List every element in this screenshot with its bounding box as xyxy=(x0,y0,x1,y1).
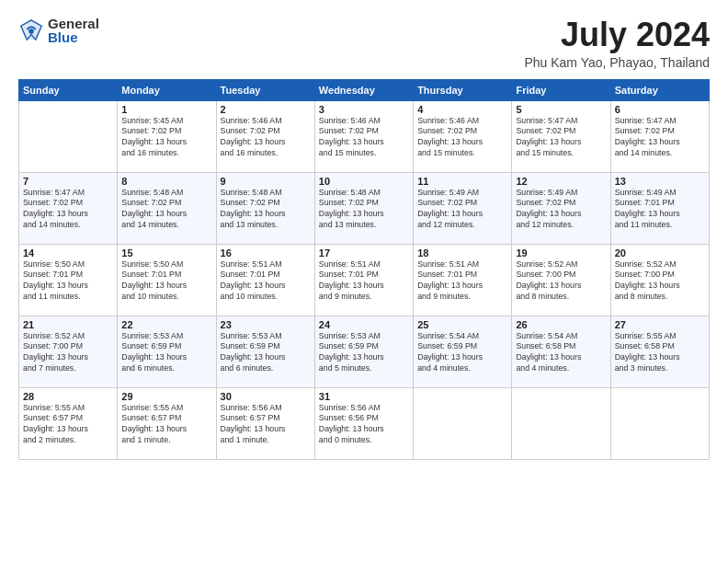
day-number: 21 xyxy=(23,319,113,330)
calendar-header-monday: Monday xyxy=(118,79,216,100)
calendar-cell: 31Sunrise: 5:56 AM Sunset: 6:56 PM Dayli… xyxy=(314,387,413,459)
calendar-header-friday: Friday xyxy=(512,79,610,100)
calendar-cell: 22Sunrise: 5:53 AM Sunset: 6:59 PM Dayli… xyxy=(118,316,216,387)
calendar-header-wednesday: Wednesday xyxy=(314,79,413,100)
calendar-cell: 18Sunrise: 5:51 AM Sunset: 7:01 PM Dayli… xyxy=(414,244,512,316)
calendar-cell: 1Sunrise: 5:45 AM Sunset: 7:02 PM Daylig… xyxy=(118,100,216,172)
calendar-cell: 2Sunrise: 5:46 AM Sunset: 7:02 PM Daylig… xyxy=(216,100,314,172)
day-info: Sunrise: 5:56 AM Sunset: 6:57 PM Dayligh… xyxy=(221,403,311,447)
calendar-cell: 3Sunrise: 5:46 AM Sunset: 7:02 PM Daylig… xyxy=(314,100,413,172)
calendar-cell: 9Sunrise: 5:48 AM Sunset: 7:02 PM Daylig… xyxy=(216,172,314,244)
month-title: July 2024 xyxy=(524,17,710,53)
day-number: 16 xyxy=(221,247,311,259)
day-info: Sunrise: 5:55 AM Sunset: 6:57 PM Dayligh… xyxy=(23,403,113,447)
day-number: 12 xyxy=(516,176,606,187)
logo: General Blue xyxy=(18,17,99,44)
day-info: Sunrise: 5:50 AM Sunset: 7:01 PM Dayligh… xyxy=(23,259,113,304)
calendar-header-thursday: Thursday xyxy=(414,79,512,100)
day-info: Sunrise: 5:46 AM Sunset: 7:02 PM Dayligh… xyxy=(221,116,311,160)
day-info: Sunrise: 5:46 AM Sunset: 7:02 PM Dayligh… xyxy=(417,116,507,160)
day-number: 3 xyxy=(319,104,409,115)
day-number: 22 xyxy=(121,319,211,330)
day-info: Sunrise: 5:50 AM Sunset: 7:01 PM Dayligh… xyxy=(121,259,211,304)
day-number: 26 xyxy=(516,319,606,330)
day-info: Sunrise: 5:52 AM Sunset: 7:00 PM Dayligh… xyxy=(23,331,113,375)
calendar-cell: 4Sunrise: 5:46 AM Sunset: 7:02 PM Daylig… xyxy=(414,100,512,172)
calendar-cell xyxy=(610,387,709,459)
day-info: Sunrise: 5:47 AM Sunset: 7:02 PM Dayligh… xyxy=(516,116,606,160)
calendar-cell: 14Sunrise: 5:50 AM Sunset: 7:01 PM Dayli… xyxy=(19,244,118,316)
day-info: Sunrise: 5:55 AM Sunset: 6:58 PM Dayligh… xyxy=(615,331,705,375)
day-info: Sunrise: 5:56 AM Sunset: 6:56 PM Dayligh… xyxy=(319,403,409,447)
day-number: 1 xyxy=(121,104,211,115)
day-number: 28 xyxy=(23,391,113,402)
calendar-cell: 12Sunrise: 5:49 AM Sunset: 7:02 PM Dayli… xyxy=(512,172,610,244)
calendar-cell: 5Sunrise: 5:47 AM Sunset: 7:02 PM Daylig… xyxy=(512,100,610,172)
calendar-cell: 26Sunrise: 5:54 AM Sunset: 6:58 PM Dayli… xyxy=(512,316,610,387)
day-number: 30 xyxy=(221,391,311,402)
day-info: Sunrise: 5:48 AM Sunset: 7:02 PM Dayligh… xyxy=(121,188,211,232)
calendar-header-saturday: Saturday xyxy=(610,79,709,100)
calendar-cell: 8Sunrise: 5:48 AM Sunset: 7:02 PM Daylig… xyxy=(118,172,216,244)
day-number: 18 xyxy=(417,247,507,259)
day-number: 9 xyxy=(221,176,311,187)
day-number: 11 xyxy=(417,176,507,187)
day-number: 24 xyxy=(319,319,409,330)
day-info: Sunrise: 5:53 AM Sunset: 6:59 PM Dayligh… xyxy=(221,331,311,375)
calendar-cell xyxy=(414,387,512,459)
title-section: July 2024 Phu Kam Yao, Phayao, Thailand xyxy=(524,17,710,70)
logo-icon xyxy=(18,17,44,43)
day-info: Sunrise: 5:52 AM Sunset: 7:00 PM Dayligh… xyxy=(615,259,705,304)
day-number: 19 xyxy=(516,247,606,259)
day-number: 4 xyxy=(417,104,507,115)
calendar-cell: 16Sunrise: 5:51 AM Sunset: 7:01 PM Dayli… xyxy=(216,244,314,316)
calendar-header-tuesday: Tuesday xyxy=(216,79,314,100)
calendar-cell: 6Sunrise: 5:47 AM Sunset: 7:02 PM Daylig… xyxy=(610,100,709,172)
calendar-cell: 13Sunrise: 5:49 AM Sunset: 7:01 PM Dayli… xyxy=(610,172,709,244)
calendar-cell: 30Sunrise: 5:56 AM Sunset: 6:57 PM Dayli… xyxy=(216,387,314,459)
day-number: 15 xyxy=(121,247,211,259)
day-number: 5 xyxy=(516,104,606,115)
day-info: Sunrise: 5:52 AM Sunset: 7:00 PM Dayligh… xyxy=(516,259,606,304)
calendar-header-row: SundayMondayTuesdayWednesdayThursdayFrid… xyxy=(19,79,710,100)
day-number: 10 xyxy=(319,176,409,187)
calendar-cell: 17Sunrise: 5:51 AM Sunset: 7:01 PM Dayli… xyxy=(314,244,413,316)
header: General Blue July 2024 Phu Kam Yao, Phay… xyxy=(18,17,710,70)
calendar-cell: 24Sunrise: 5:53 AM Sunset: 6:59 PM Dayli… xyxy=(314,316,413,387)
day-number: 27 xyxy=(615,319,705,330)
day-number: 20 xyxy=(615,247,705,259)
calendar-week-1: 1Sunrise: 5:45 AM Sunset: 7:02 PM Daylig… xyxy=(19,100,710,172)
day-info: Sunrise: 5:53 AM Sunset: 6:59 PM Dayligh… xyxy=(121,331,211,375)
calendar-cell: 27Sunrise: 5:55 AM Sunset: 6:58 PM Dayli… xyxy=(610,316,709,387)
calendar-cell: 19Sunrise: 5:52 AM Sunset: 7:00 PM Dayli… xyxy=(512,244,610,316)
day-number: 8 xyxy=(121,176,211,187)
calendar-cell: 10Sunrise: 5:48 AM Sunset: 7:02 PM Dayli… xyxy=(314,172,413,244)
day-info: Sunrise: 5:53 AM Sunset: 6:59 PM Dayligh… xyxy=(319,331,409,375)
calendar-header-sunday: Sunday xyxy=(19,79,118,100)
calendar-cell: 29Sunrise: 5:55 AM Sunset: 6:57 PM Dayli… xyxy=(118,387,216,459)
day-info: Sunrise: 5:49 AM Sunset: 7:02 PM Dayligh… xyxy=(417,188,507,232)
calendar-cell xyxy=(19,100,118,172)
calendar-week-4: 21Sunrise: 5:52 AM Sunset: 7:00 PM Dayli… xyxy=(19,316,710,387)
day-number: 7 xyxy=(23,176,113,187)
day-number: 31 xyxy=(319,391,409,402)
calendar: SundayMondayTuesdayWednesdayThursdayFrid… xyxy=(18,79,710,460)
day-info: Sunrise: 5:47 AM Sunset: 7:02 PM Dayligh… xyxy=(23,188,113,232)
day-number: 6 xyxy=(615,104,705,115)
calendar-cell: 7Sunrise: 5:47 AM Sunset: 7:02 PM Daylig… xyxy=(19,172,118,244)
day-info: Sunrise: 5:49 AM Sunset: 7:01 PM Dayligh… xyxy=(615,188,705,232)
logo-general: General xyxy=(48,17,99,30)
calendar-week-2: 7Sunrise: 5:47 AM Sunset: 7:02 PM Daylig… xyxy=(19,172,710,244)
day-info: Sunrise: 5:48 AM Sunset: 7:02 PM Dayligh… xyxy=(221,188,311,232)
day-number: 2 xyxy=(221,104,311,115)
day-info: Sunrise: 5:49 AM Sunset: 7:02 PM Dayligh… xyxy=(516,188,606,232)
day-info: Sunrise: 5:47 AM Sunset: 7:02 PM Dayligh… xyxy=(615,116,705,160)
page: General Blue July 2024 Phu Kam Yao, Phay… xyxy=(0,0,728,563)
location: Phu Kam Yao, Phayao, Thailand xyxy=(524,55,710,70)
day-number: 13 xyxy=(615,176,705,187)
calendar-cell xyxy=(512,387,610,459)
calendar-cell: 25Sunrise: 5:54 AM Sunset: 6:59 PM Dayli… xyxy=(414,316,512,387)
calendar-cell: 28Sunrise: 5:55 AM Sunset: 6:57 PM Dayli… xyxy=(19,387,118,459)
day-info: Sunrise: 5:51 AM Sunset: 7:01 PM Dayligh… xyxy=(417,259,507,304)
day-info: Sunrise: 5:46 AM Sunset: 7:02 PM Dayligh… xyxy=(319,116,409,160)
